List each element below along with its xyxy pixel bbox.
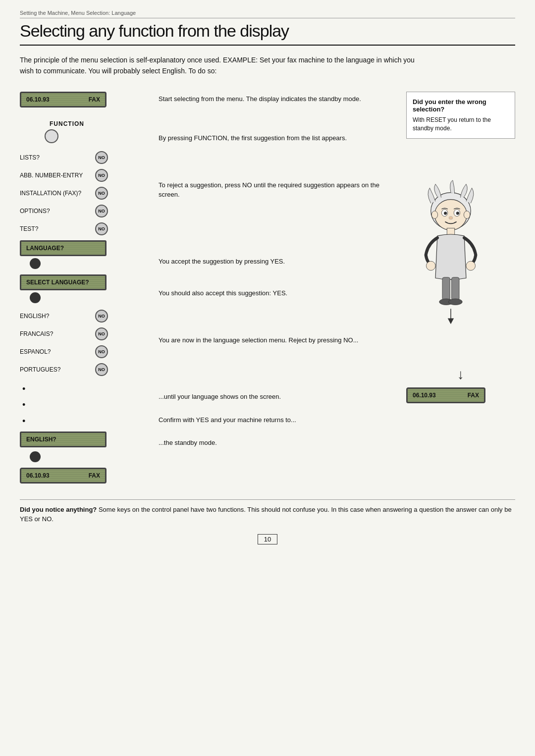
svg-point-5 [456, 212, 459, 215]
lcd-english-final: ENGLISH? [20, 432, 107, 447]
lcd-mode-5: FAX [89, 472, 100, 479]
menu-item-label-test: TEST? [20, 225, 89, 232]
bottom-note-bold: Did you notice anything? [20, 506, 97, 513]
menu-item-test: TEST? NO [20, 222, 149, 235]
bottom-note: Did you notice anything? Some keys on th… [20, 499, 515, 524]
menu-list: LISTS? NO ABB. NUMBER-ENTRY NO INSTALLAT… [20, 151, 149, 235]
no-button-francais[interactable]: NO [95, 327, 108, 340]
step-4-desc: You accept the suggestion by pressing YE… [159, 254, 396, 267]
menu-item-label-options: OPTIONS? [20, 208, 89, 215]
menu-item-label-lists: LISTS? [20, 154, 89, 161]
step-9-desc: ...the standby mode. [159, 435, 396, 448]
no-button-portugues[interactable]: NO [95, 363, 108, 376]
lcd-right-date: 06.10.93 [413, 392, 436, 399]
lang-label-portugues: PORTUGUES? [20, 366, 89, 373]
lcd-mode-1: FAX [89, 96, 100, 103]
svg-point-8 [464, 211, 470, 218]
lang-item-portugues: PORTUGUES? NO [20, 363, 149, 376]
svg-point-7 [431, 211, 437, 218]
no-button-abb[interactable]: NO [95, 169, 108, 182]
step-6-desc: You are now in the language selection me… [159, 333, 396, 345]
no-button-english[interactable]: NO [95, 310, 108, 323]
menu-item-label-abb: ABB. NUMBER-ENTRY [20, 172, 89, 179]
lang-label-english: ENGLISH? [20, 313, 89, 320]
svg-marker-17 [448, 319, 454, 324]
svg-point-1 [434, 200, 467, 230]
menu-item-label-installation: INSTALLATION (FAX)? [20, 190, 89, 197]
lang-item-francais: FRANCAIS? NO [20, 327, 149, 340]
step-1-desc: Start selecting from the menu. The displ… [159, 92, 396, 104]
step-8-desc: Confirm with YES and your machine return… [159, 413, 396, 425]
yes-button-language[interactable] [30, 258, 41, 269]
menu-item-lists: LISTS? NO [20, 151, 149, 164]
step-3-desc: To reject a suggestion, press NO until t… [159, 178, 396, 200]
cartoon-svg [406, 178, 495, 416]
callout-text: With RESET you return to the standby mod… [413, 116, 509, 133]
callout-box: Did you enter the wrong selection? With … [406, 92, 515, 139]
step-5-desc: You should also accept this suggestion: … [159, 286, 396, 298]
lcd-standby-final: 06.10.93 FAX [20, 468, 107, 484]
dots-indicator: ••• [20, 381, 149, 429]
lang-label-francais: FRANCAIS? [20, 330, 89, 337]
yes-button-english-final[interactable] [30, 451, 41, 462]
svg-rect-12 [442, 277, 450, 300]
svg-point-10 [426, 262, 435, 271]
svg-point-15 [448, 299, 462, 305]
lcd-select-language: SELECT LANGUAGE? [20, 274, 107, 290]
page-num-box: 10 [258, 534, 277, 544]
step-2-desc: By pressing FUNCTION, the first suggesti… [159, 131, 396, 143]
language-list: ENGLISH? NO FRANCAIS? NO ESPANOL? NO POR… [20, 310, 149, 376]
svg-point-6 [449, 216, 453, 219]
menu-item-abb: ABB. NUMBER-ENTRY NO [20, 169, 149, 182]
right-column: Did you enter the wrong selection? With … [406, 92, 515, 487]
lcd-display-standby: 06.10.93 FAX [20, 92, 107, 108]
svg-point-11 [466, 262, 476, 271]
menu-item-options: OPTIONS? NO [20, 205, 149, 217]
center-column: Start selecting from the menu. The displ… [149, 92, 406, 487]
yes-button-select-language[interactable] [30, 292, 41, 303]
page-title: Selecting any function from the display [20, 21, 515, 46]
no-button-espanol[interactable]: NO [95, 345, 108, 358]
no-button-lists[interactable]: NO [95, 151, 108, 164]
no-button-test[interactable]: NO [95, 222, 108, 235]
breadcrumb: Setting the Machine, Menu Selection: Lan… [20, 10, 515, 18]
function-button[interactable] [45, 129, 58, 143]
menu-item-installation: INSTALLATION (FAX)? NO [20, 187, 149, 200]
character-illustration [406, 178, 505, 466]
lang-item-espanol: ESPANOL? NO [20, 345, 149, 358]
no-button-installation[interactable]: NO [95, 187, 108, 200]
lcd-language: LANGUAGE? [20, 240, 107, 256]
lcd-date-5: 06.10.93 [26, 472, 50, 479]
lang-label-espanol: ESPANOL? [20, 348, 89, 355]
lcd-right-mode: FAX [468, 392, 479, 399]
lcd-right-standby: 06.10.93 FAX [406, 387, 485, 403]
function-label: FUNCTION [45, 120, 89, 127]
lcd-date-1: 06.10.93 [26, 96, 50, 103]
intro-text: The principle of the menu selection is s… [20, 54, 426, 77]
no-button-options[interactable]: NO [95, 205, 108, 217]
page-number-area: 10 [20, 534, 515, 544]
step-7-desc: ...until your language shows on the scre… [159, 389, 396, 402]
callout-title: Did you enter the wrong selection? [413, 98, 509, 113]
svg-rect-13 [452, 277, 459, 300]
lang-item-english: ENGLISH? NO [20, 310, 149, 323]
svg-point-4 [444, 212, 447, 215]
left-column: 06.10.93 FAX FUNCTION LISTS? NO ABB. NUM… [20, 92, 149, 487]
